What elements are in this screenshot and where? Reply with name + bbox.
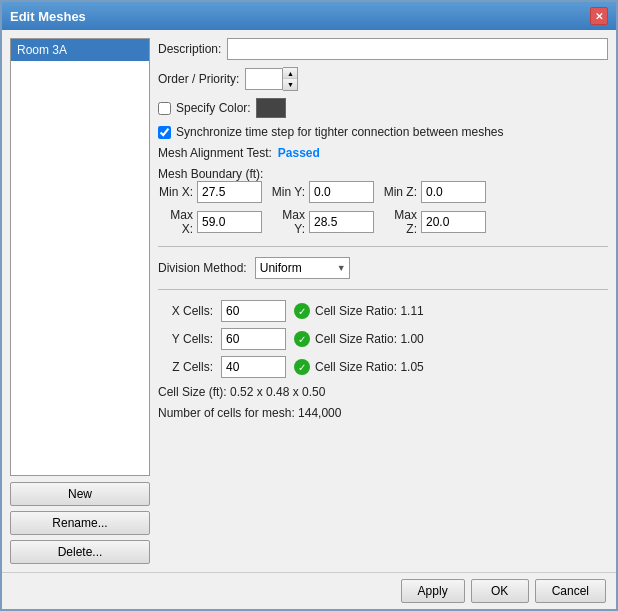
apply-button[interactable]: Apply <box>401 579 465 603</box>
cancel-button[interactable]: Cancel <box>535 579 606 603</box>
max-x-group: Max X: <box>158 208 262 236</box>
division-row: Division Method: Uniform Non-Uniform <box>158 257 608 279</box>
description-label: Description: <box>158 42 221 56</box>
min-z-label: Min Z: <box>382 185 417 199</box>
edit-meshes-dialog: Edit Meshes ✕ Room 3A New Rename... Dele… <box>0 0 618 611</box>
min-x-input[interactable] <box>197 181 262 203</box>
ok-button[interactable]: OK <box>471 579 529 603</box>
x-check-icon: ✓ <box>294 303 310 319</box>
y-ratio-group: ✓ Cell Size Ratio: 1.00 <box>294 331 424 347</box>
z-check-icon: ✓ <box>294 359 310 375</box>
min-x-group: Min X: <box>158 181 262 203</box>
mesh-list[interactable]: Room 3A <box>10 38 150 476</box>
y-ratio-label: Cell Size Ratio: 1.00 <box>315 332 424 346</box>
mesh-boundary-section: Mesh Boundary (ft): Min X: Min Y: <box>158 167 608 236</box>
mesh-align-status: Passed <box>278 146 320 160</box>
dialog-body: Room 3A New Rename... Delete... Descript… <box>2 30 616 572</box>
mesh-align-label: Mesh Alignment Test: <box>158 146 272 160</box>
description-input[interactable] <box>227 38 608 60</box>
division-method-wrapper: Uniform Non-Uniform <box>255 257 350 279</box>
min-y-label: Min Y: <box>270 185 305 199</box>
division-method-select[interactable]: Uniform Non-Uniform <box>255 257 350 279</box>
y-cells-label: Y Cells: <box>158 332 213 346</box>
mesh-boundary-label: Mesh Boundary (ft): <box>158 167 263 181</box>
order-row: Order / Priority: 1 ▲ ▼ <box>158 67 608 91</box>
title-bar-buttons: ✕ <box>590 7 608 25</box>
division-method-label: Division Method: <box>158 261 247 275</box>
max-z-input[interactable] <box>421 211 486 233</box>
y-cells-row: Y Cells: ✓ Cell Size Ratio: 1.00 <box>158 328 608 350</box>
title-bar: Edit Meshes ✕ <box>2 2 616 30</box>
max-x-label: Max X: <box>158 208 193 236</box>
y-cells-input[interactable] <box>221 328 286 350</box>
x-cells-input[interactable] <box>221 300 286 322</box>
max-z-label: Max Z: <box>382 208 417 236</box>
spinner-buttons: ▲ ▼ <box>283 67 298 91</box>
order-spinner: 1 ▲ ▼ <box>245 67 298 91</box>
z-cells-row: Z Cells: ✓ Cell Size Ratio: 1.05 <box>158 356 608 378</box>
min-x-label: Min X: <box>158 185 193 199</box>
boundary-title-row: Mesh Boundary (ft): <box>158 167 608 181</box>
bottom-bar: Apply OK Cancel <box>2 572 616 609</box>
dialog-title: Edit Meshes <box>10 9 86 24</box>
x-cells-row: X Cells: ✓ Cell Size Ratio: 1.11 <box>158 300 608 322</box>
x-cells-label: X Cells: <box>158 304 213 318</box>
description-row: Description: <box>158 38 608 60</box>
x-ratio-label: Cell Size Ratio: 1.11 <box>315 304 424 318</box>
spin-down-button[interactable]: ▼ <box>283 79 297 90</box>
rename-button[interactable]: Rename... <box>10 511 150 535</box>
boundary-row-max: Max X: Max Y: Max Z: <box>158 208 608 236</box>
order-input[interactable]: 1 <box>245 68 283 90</box>
specify-color-label: Specify Color: <box>176 101 251 115</box>
min-z-input[interactable] <box>421 181 486 203</box>
num-cells-text: Number of cells for mesh: 144,000 <box>158 406 608 420</box>
z-ratio-group: ✓ Cell Size Ratio: 1.05 <box>294 359 424 375</box>
sync-row: Synchronize time step for tighter connec… <box>158 125 608 139</box>
order-label: Order / Priority: <box>158 72 239 86</box>
min-z-group: Min Z: <box>382 181 486 203</box>
close-button[interactable]: ✕ <box>590 7 608 25</box>
divider <box>158 246 608 247</box>
max-x-input[interactable] <box>197 211 262 233</box>
specify-color-row: Specify Color: <box>158 98 608 118</box>
y-check-icon: ✓ <box>294 331 310 347</box>
z-cells-input[interactable] <box>221 356 286 378</box>
mesh-align-row: Mesh Alignment Test: Passed <box>158 146 608 160</box>
max-y-group: Max Y: <box>270 208 374 236</box>
sync-label: Synchronize time step for tighter connec… <box>176 125 504 139</box>
cell-size-text: Cell Size (ft): 0.52 x 0.48 x 0.50 <box>158 385 608 399</box>
max-y-label: Max Y: <box>270 208 305 236</box>
color-box[interactable] <box>256 98 286 118</box>
min-y-input[interactable] <box>309 181 374 203</box>
list-item[interactable]: Room 3A <box>11 39 149 61</box>
z-cells-label: Z Cells: <box>158 360 213 374</box>
left-panel: Room 3A New Rename... Delete... <box>10 38 150 564</box>
right-panel: Description: Order / Priority: 1 ▲ ▼ Spe… <box>158 38 608 564</box>
new-button[interactable]: New <box>10 482 150 506</box>
left-buttons: New Rename... Delete... <box>10 482 150 564</box>
spin-up-button[interactable]: ▲ <box>283 68 297 79</box>
max-z-group: Max Z: <box>382 208 486 236</box>
boundary-grid: Min X: Min Y: Min Z: <box>158 181 608 236</box>
delete-button[interactable]: Delete... <box>10 540 150 564</box>
boundary-row-min: Min X: Min Y: Min Z: <box>158 181 608 203</box>
cells-section: X Cells: ✓ Cell Size Ratio: 1.11 Y Cells… <box>158 300 608 378</box>
sync-checkbox[interactable] <box>158 126 171 139</box>
z-ratio-label: Cell Size Ratio: 1.05 <box>315 360 424 374</box>
divider2 <box>158 289 608 290</box>
x-ratio-group: ✓ Cell Size Ratio: 1.11 <box>294 303 424 319</box>
max-y-input[interactable] <box>309 211 374 233</box>
specify-color-checkbox[interactable] <box>158 102 171 115</box>
min-y-group: Min Y: <box>270 181 374 203</box>
